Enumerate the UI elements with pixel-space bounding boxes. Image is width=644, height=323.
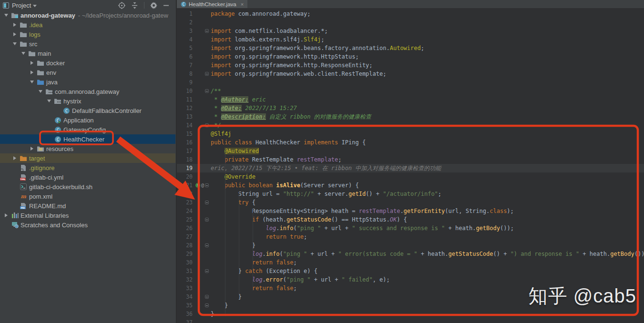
- gutter[interactable]: 17: [177, 147, 211, 155]
- gutter[interactable]: 36: [177, 310, 211, 318]
- tree-item--idea[interactable]: .idea: [0, 20, 175, 30]
- gutter[interactable]: 14: [177, 121, 211, 130]
- code-line-10[interactable]: 10/**: [177, 87, 644, 95]
- gutter[interactable]: 5: [177, 44, 211, 52]
- tree-item-pom-xml[interactable]: mpom.xml: [0, 192, 175, 201]
- tree-collapse-icon[interactable]: [28, 147, 36, 151]
- gutter[interactable]: 37: [177, 318, 211, 323]
- tree-item-readme-md[interactable]: MDREADME.md: [0, 201, 175, 211]
- fold-marker-icon[interactable]: [205, 201, 209, 204]
- gutter[interactable]: 29: [177, 250, 211, 258]
- tree-expand-icon[interactable]: [2, 14, 10, 17]
- tree-item-logs[interactable]: logs: [0, 30, 175, 39]
- gutter[interactable]: 6: [177, 52, 211, 61]
- code-line-27[interactable]: 27 return true;: [177, 232, 644, 241]
- code-line-30[interactable]: 30 return false;: [177, 258, 644, 267]
- code-line-9[interactable]: 9: [177, 78, 644, 87]
- tree-item-env[interactable]: env: [0, 68, 175, 77]
- tree-item-external-libraries[interactable]: External Libraries: [0, 211, 175, 220]
- hide-panel-icon[interactable]: [163, 2, 169, 9]
- tree-item-docker[interactable]: docker: [0, 58, 175, 68]
- tree-item-java[interactable]: java: [0, 77, 175, 87]
- gutter[interactable]: 10: [177, 87, 211, 95]
- gutter[interactable]: 12: [177, 104, 211, 112]
- tree-collapse-icon[interactable]: [28, 61, 36, 65]
- gutter[interactable]: 22: [177, 190, 211, 198]
- gutter[interactable]: 2: [177, 18, 211, 27]
- tree-item-application[interactable]: CApplication: [0, 115, 175, 125]
- gutter[interactable]: 18: [177, 155, 211, 164]
- code-line-5[interactable]: 5import org.springframework.beans.factor…: [177, 44, 644, 52]
- tree-item-defaultfallbackcontroller[interactable]: CDefaultFallbackController: [0, 106, 175, 115]
- fold-marker-icon[interactable]: [205, 243, 209, 247]
- gutter[interactable]: 8: [177, 70, 211, 78]
- locate-icon[interactable]: [118, 2, 125, 9]
- gutter[interactable]: 31: [177, 267, 211, 275]
- tree-item-scratches-and-consoles[interactable]: Scratches and Consoles: [0, 220, 175, 230]
- gutter[interactable]: 26: [177, 224, 211, 232]
- gutter[interactable]: 32: [177, 275, 211, 284]
- code-line-1[interactable]: 1package com.annoroad.gateway;: [177, 10, 644, 18]
- code-line-8[interactable]: 8import org.springframework.web.client.R…: [177, 70, 644, 78]
- tree-expand-icon[interactable]: [28, 81, 36, 83]
- code-line-22[interactable]: 22 String url = "http://" + server.getId…: [177, 190, 644, 198]
- code-line-31[interactable]: 31 } catch (Exception e) {: [177, 267, 644, 275]
- tree-expand-icon[interactable]: [36, 90, 45, 93]
- tree-expand-icon[interactable]: [45, 100, 53, 102]
- gutter[interactable]: 30: [177, 258, 211, 267]
- gutter[interactable]: 9: [177, 78, 211, 87]
- code-line-6[interactable]: 6import org.springframework.http.HttpSta…: [177, 52, 644, 61]
- gutter[interactable]: 3: [177, 27, 211, 35]
- tree-item-annoroad-gateway[interactable]: annoroad-gateway- ~/IdeaProjects/annoroa…: [0, 10, 175, 20]
- gutter[interactable]: 11: [177, 95, 211, 104]
- gutter[interactable]: 24: [177, 207, 211, 215]
- tree-item-com-annoroad-gateway[interactable]: com.annoroad.gateway: [0, 87, 175, 96]
- tree-expand-icon[interactable]: [19, 52, 28, 55]
- code-line-12[interactable]: 12 * @Date: 2022/7/13 15:27: [177, 104, 644, 112]
- code-line-3[interactable]: 3import com.netflix.loadbalancer.*;: [177, 27, 644, 35]
- settings-gear-icon[interactable]: [150, 2, 157, 9]
- fold-marker-icon[interactable]: [205, 72, 209, 76]
- fold-marker-icon[interactable]: [205, 303, 209, 307]
- tree-item-target[interactable]: target: [0, 153, 175, 163]
- gutter[interactable]: 21↑@: [177, 181, 211, 190]
- code-line-14[interactable]: 14 */: [177, 121, 644, 130]
- fold-marker-icon[interactable]: [205, 183, 209, 187]
- code-line-18[interactable]: 18 private RestTemplate restTemplate;: [177, 155, 644, 164]
- gutter[interactable]: 35: [177, 301, 211, 310]
- fold-marker-icon[interactable]: [205, 29, 209, 33]
- code-line-23[interactable]: 23 try {: [177, 198, 644, 207]
- code-line-13[interactable]: 13 * @Description: 自定义 ribbon 的对微服务的健康检查: [177, 112, 644, 121]
- code-line-17[interactable]: 17 @Autowired: [177, 147, 644, 155]
- tree-collapse-icon[interactable]: [10, 32, 19, 36]
- fold-marker-icon[interactable]: [205, 89, 209, 93]
- code-line-4[interactable]: 4import lombok.extern.slf4j.Slf4j;: [177, 35, 644, 44]
- code-line-15[interactable]: 15@Slf4j: [177, 130, 644, 138]
- code-line-26[interactable]: 26 log.info("ping " + url + " success an…: [177, 224, 644, 232]
- code-line-24[interactable]: 24 ResponseEntity<String> heath = restTe…: [177, 207, 644, 215]
- gutter[interactable]: 4: [177, 35, 211, 44]
- gutter[interactable]: 15: [177, 130, 211, 138]
- code-line-36[interactable]: 36}: [177, 310, 644, 318]
- gutter[interactable]: 33: [177, 284, 211, 293]
- code-line-37[interactable]: 37: [177, 318, 644, 323]
- tree-item-gatewayconfig[interactable]: CGatewayConfig: [0, 125, 175, 134]
- tree-collapse-icon[interactable]: [10, 156, 19, 160]
- tab-close-icon[interactable]: ×: [241, 1, 244, 7]
- code-line-2[interactable]: 2: [177, 18, 644, 27]
- tree-item-main[interactable]: main: [0, 49, 175, 58]
- tree-expand-icon[interactable]: [10, 42, 19, 45]
- tree-item-gitlab-ci-dockerbuild-sh[interactable]: gitlab-ci-dockerbuild.sh: [0, 182, 175, 192]
- fold-marker-icon[interactable]: [205, 218, 209, 222]
- gutter[interactable]: 1: [177, 10, 211, 18]
- tree-item--gitignore[interactable]: .gitignore: [0, 163, 175, 172]
- gutter[interactable]: 25: [177, 215, 211, 224]
- gutter[interactable]: 23: [177, 198, 211, 207]
- code-line-19[interactable]: 19eric, 2022/7/15 下午2:15 • feat: 在 ribbo…: [177, 164, 644, 172]
- gutter[interactable]: 13: [177, 112, 211, 121]
- tree-collapse-icon[interactable]: [10, 23, 19, 27]
- project-panel-title[interactable]: Project: [12, 2, 31, 9]
- chevron-down-icon[interactable]: [33, 5, 37, 7]
- gutter[interactable]: 27: [177, 232, 211, 241]
- fold-marker-icon[interactable]: [205, 269, 209, 273]
